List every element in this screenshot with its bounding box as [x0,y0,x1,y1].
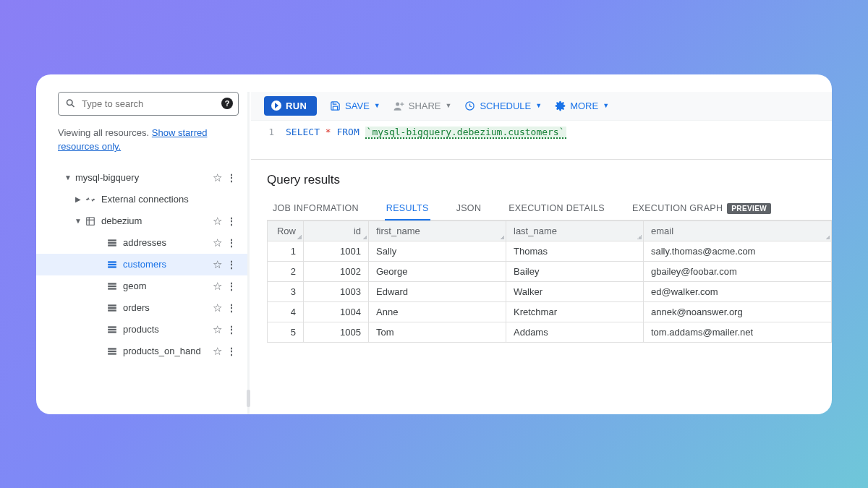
tree-table-products-on-hand[interactable]: products_on_hand ☆⋮ [58,341,239,362]
kebab-icon[interactable]: ⋮ [226,302,236,314]
tab-job-info[interactable]: JOB INFORMATION [271,197,360,220]
cell-row: 5 [268,322,304,342]
run-button[interactable]: RUN [264,96,317,116]
svg-rect-15 [108,288,116,289]
col-id[interactable]: id [304,221,369,241]
svg-rect-17 [108,307,116,308]
col-last[interactable]: last_name [506,221,644,241]
tab-execution-graph[interactable]: EXECUTION GRAPH PREVIEW [631,197,773,220]
help-icon[interactable]: ? [221,98,233,109]
cell-row: 3 [268,281,304,301]
svg-point-2 [86,198,88,200]
search-wrap: ? [58,92,239,116]
col-row[interactable]: Row [268,221,304,241]
tree-table-products[interactable]: products ☆⋮ [58,319,239,341]
col-email[interactable]: email [644,221,832,241]
schedule-button[interactable]: SCHEDULE ▼ [464,100,542,111]
table-row[interactable]: 1 1001 Sally Thomas sally.thomas@acme.co… [268,241,832,261]
star-icon[interactable]: ☆ [213,236,222,249]
pane-divider[interactable] [247,92,250,414]
tab-json[interactable]: JSON [455,197,483,220]
kebab-icon[interactable]: ⋮ [226,259,236,270]
cell-id: 1002 [304,261,369,281]
svg-rect-9 [108,244,116,246]
svg-rect-24 [108,353,116,354]
star-icon[interactable]: ☆ [213,215,222,228]
svg-rect-4 [87,217,95,225]
kw-from: FROM [336,127,359,137]
col-first[interactable]: first_name [369,221,506,241]
table-row[interactable]: 3 1003 Edward Walker ed@walker.com [268,281,832,301]
kebab-icon[interactable]: ⋮ [226,237,236,249]
kebab-icon[interactable]: ⋮ [226,172,236,184]
svg-point-25 [396,102,399,106]
tree-external-connections[interactable]: ▶ External connections [58,189,239,210]
svg-rect-21 [108,331,116,333]
star-icon[interactable]: ☆ [213,323,222,336]
kebab-icon[interactable]: ⋮ [226,215,236,227]
tree-table-geom[interactable]: geom ☆⋮ [58,275,239,297]
cell-email: tom.addams@mailer.net [644,322,832,342]
search-input[interactable] [58,92,239,116]
tree-table-label: addresses [123,237,213,248]
svg-rect-23 [108,350,116,351]
clock-icon [464,100,475,111]
sql-editor[interactable]: 1 SELECT * FROM `mysql-bigquery.debezium… [251,121,832,159]
tree-dataset[interactable]: ▼ debezium ☆ ⋮ [58,210,239,232]
table-icon [107,260,117,269]
table-icon [107,282,117,291]
cell-last: Addams [506,322,644,342]
star-icon[interactable]: ☆ [213,171,222,184]
tree-table-orders[interactable]: orders ☆⋮ [58,297,239,319]
cell-first: Edward [369,281,506,301]
save-label: SAVE [345,100,370,111]
star-icon[interactable]: ☆ [213,345,222,358]
table-row[interactable]: 5 1005 Tom Addams tom.addams@mailer.net [268,322,832,342]
kw-select: SELECT [286,127,320,137]
preview-badge: PREVIEW [727,203,771,214]
caret-down-icon: ▼ [374,102,380,109]
table-ref: `mysql-bigquery.debezium.customers` [365,127,566,139]
star-icon[interactable]: ☆ [213,280,222,293]
tree-table-label: products [123,324,213,335]
connection-icon [85,194,95,205]
chevron-right-icon: ▶ [71,195,85,203]
cell-id: 1004 [304,301,369,322]
cell-last: Bailey [506,261,644,281]
tab-results[interactable]: RESULTS [385,197,430,221]
svg-rect-16 [108,304,116,306]
tree-dataset-label: debezium [101,215,213,226]
svg-rect-18 [108,309,116,311]
kebab-icon[interactable]: ⋮ [226,281,236,292]
cell-row: 4 [268,301,304,322]
cell-email: annek@noanswer.org [644,301,832,322]
share-button[interactable]: SHARE ▼ [393,100,452,111]
star-icon[interactable]: ☆ [213,301,222,314]
save-button[interactable]: SAVE ▼ [330,100,380,111]
cell-id: 1001 [304,241,369,261]
star-icon[interactable]: ☆ [213,258,222,271]
cell-last: Kretchmar [506,301,644,322]
share-label: SHARE [409,100,441,111]
table-icon [107,304,117,312]
svg-rect-8 [108,241,116,243]
table-row[interactable]: 4 1004 Anne Kretchmar annek@noanswer.org [268,301,832,322]
kebab-icon[interactable]: ⋮ [226,346,236,357]
cell-last: Thomas [506,241,644,261]
svg-rect-14 [108,285,116,286]
more-button[interactable]: MORE ▼ [555,100,609,111]
tree-project[interactable]: ▼ mysql-bigquery ☆ ⋮ [58,167,239,189]
tree-table-customers[interactable]: customers ☆⋮ [58,254,239,275]
table-row[interactable]: 2 1002 George Bailey gbailey@foobar.com [268,261,832,281]
main-pane: RUN SAVE ▼ SHARE ▼ SCHEDULE ▼ MORE ▼ [251,92,832,414]
chevron-down-icon: ▼ [71,217,85,225]
tab-execution-details[interactable]: EXECUTION DETAILS [507,197,606,220]
tree-table-label: customers [123,259,213,270]
caret-down-icon: ▼ [535,102,542,109]
svg-line-1 [72,105,74,107]
gear-icon [555,100,566,111]
kebab-icon[interactable]: ⋮ [226,324,236,335]
svg-rect-22 [108,348,116,349]
table-icon [107,347,117,356]
tree-table-addresses[interactable]: addresses ☆⋮ [58,232,239,254]
